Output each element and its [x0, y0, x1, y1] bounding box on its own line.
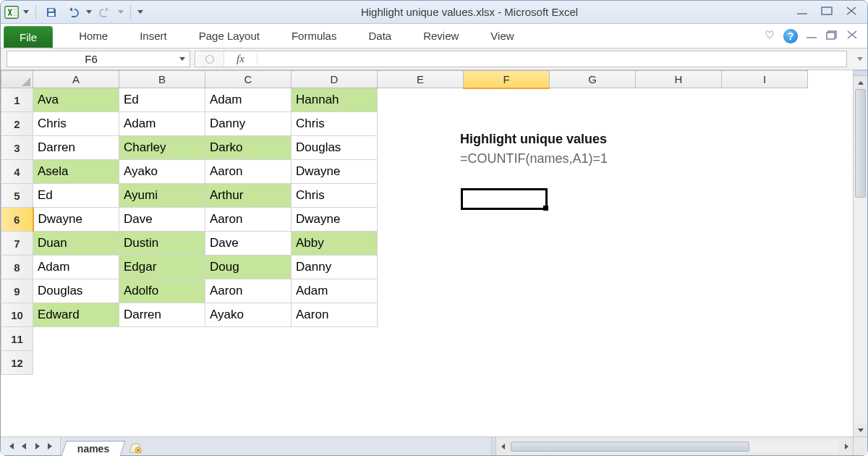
- cell[interactable]: [464, 279, 550, 303]
- column-header-B[interactable]: B: [119, 71, 205, 88]
- save-button[interactable]: [42, 4, 61, 21]
- row-header-6[interactable]: 6: [1, 208, 33, 232]
- cell[interactable]: Ava: [33, 88, 119, 112]
- cell[interactable]: [378, 279, 464, 303]
- cell[interactable]: [722, 232, 808, 256]
- cell[interactable]: [550, 88, 636, 112]
- split-handle-vertical[interactable]: [854, 70, 867, 76]
- redo-dropdown-icon[interactable]: [117, 10, 124, 14]
- cell[interactable]: [550, 184, 636, 208]
- new-sheet-button[interactable]: [126, 441, 145, 455]
- cell[interactable]: [722, 351, 808, 375]
- cell[interactable]: [636, 351, 722, 375]
- cell[interactable]: [464, 256, 550, 279]
- cell[interactable]: [722, 184, 808, 208]
- row-header-1[interactable]: 1: [1, 88, 33, 112]
- fx-icon[interactable]: fx: [224, 53, 258, 65]
- cell[interactable]: [550, 279, 636, 303]
- cell[interactable]: [722, 160, 808, 184]
- column-header-C[interactable]: C: [205, 71, 292, 88]
- cell[interactable]: [378, 351, 464, 375]
- cell[interactable]: [636, 208, 722, 232]
- cell[interactable]: [636, 184, 722, 208]
- cell-grid[interactable]: ABCDEFGHI1AvaEdAdamHannah2ChrisAdamDanny…: [1, 70, 853, 436]
- cell[interactable]: Adam: [292, 279, 378, 303]
- column-header-G[interactable]: G: [550, 71, 636, 88]
- cell[interactable]: Abby: [292, 232, 378, 256]
- cell[interactable]: Hannah: [292, 88, 378, 112]
- cell[interactable]: [464, 232, 550, 256]
- column-header-E[interactable]: E: [378, 71, 464, 88]
- cell[interactable]: Dwayne: [292, 208, 378, 232]
- cell[interactable]: Danny: [292, 256, 378, 279]
- function-buttons[interactable]: [195, 51, 224, 67]
- row-header-9[interactable]: 9: [1, 279, 33, 303]
- cell[interactable]: Adam: [33, 256, 119, 279]
- row-header-8[interactable]: 8: [1, 256, 33, 279]
- cell[interactable]: Edgar: [119, 256, 205, 279]
- cell[interactable]: [722, 256, 808, 279]
- ribbon-tab-review[interactable]: Review: [407, 24, 475, 48]
- cell[interactable]: [636, 232, 722, 256]
- cell[interactable]: [378, 303, 464, 327]
- tab-nav-next-icon[interactable]: [31, 440, 43, 453]
- row-header-11[interactable]: 11: [1, 327, 33, 351]
- cell[interactable]: [636, 88, 722, 112]
- cell[interactable]: [378, 208, 464, 232]
- tab-nav-prev-icon[interactable]: [18, 440, 30, 453]
- cell[interactable]: Chris: [292, 112, 378, 136]
- cell[interactable]: [636, 279, 722, 303]
- cell[interactable]: [550, 208, 636, 232]
- cell[interactable]: [722, 327, 808, 351]
- close-button[interactable]: [844, 5, 859, 20]
- cell[interactable]: [378, 160, 464, 184]
- cell[interactable]: [464, 303, 550, 327]
- cell[interactable]: [464, 351, 550, 375]
- cell[interactable]: [378, 136, 464, 160]
- redo-button[interactable]: [95, 4, 114, 21]
- file-tab[interactable]: File: [4, 26, 53, 48]
- cell[interactable]: Ayumi: [119, 184, 205, 208]
- vscroll-thumb[interactable]: [855, 89, 866, 198]
- row-header-7[interactable]: 7: [1, 232, 33, 256]
- scroll-left-icon[interactable]: [496, 440, 509, 453]
- column-header-I[interactable]: I: [722, 71, 808, 88]
- cell[interactable]: [722, 303, 808, 327]
- scroll-down-icon[interactable]: [854, 423, 867, 436]
- cell[interactable]: [119, 351, 205, 375]
- hscroll-thumb[interactable]: [511, 442, 749, 452]
- column-header-F[interactable]: F: [464, 71, 550, 88]
- cell[interactable]: Ayako: [119, 160, 205, 184]
- cell[interactable]: [464, 208, 550, 232]
- cell[interactable]: [378, 112, 464, 136]
- cell[interactable]: [636, 303, 722, 327]
- cell[interactable]: [464, 88, 550, 112]
- horizontal-scrollbar[interactable]: [491, 437, 853, 455]
- row-header-5[interactable]: 5: [1, 184, 33, 208]
- cell[interactable]: Arthur: [205, 184, 292, 208]
- cell[interactable]: [550, 327, 636, 351]
- cell[interactable]: Danny: [205, 112, 292, 136]
- cell[interactable]: Dwayne: [292, 160, 378, 184]
- cell[interactable]: Aaron: [292, 303, 378, 327]
- column-header-H[interactable]: H: [636, 71, 722, 88]
- cell[interactable]: Ed: [33, 184, 119, 208]
- ribbon-tab-page-layout[interactable]: Page Layout: [183, 24, 276, 48]
- cell[interactable]: Ed: [119, 88, 205, 112]
- formula-bar-expand-icon[interactable]: [853, 48, 867, 69]
- cell[interactable]: [636, 136, 722, 160]
- cell[interactable]: Duan: [33, 232, 119, 256]
- cell[interactable]: [292, 327, 378, 351]
- cell[interactable]: [722, 136, 808, 160]
- cell[interactable]: Darko: [205, 136, 292, 160]
- row-header-10[interactable]: 10: [1, 303, 33, 327]
- cell[interactable]: Aaron: [205, 160, 292, 184]
- cell[interactable]: [205, 327, 292, 351]
- undo-button[interactable]: [64, 4, 82, 21]
- column-header-D[interactable]: D: [292, 71, 378, 88]
- cell[interactable]: [378, 184, 464, 208]
- ribbon-minimize-button[interactable]: [805, 30, 818, 43]
- name-box-dropdown-icon[interactable]: [175, 51, 190, 67]
- ribbon-tab-home[interactable]: Home: [63, 24, 124, 48]
- undo-dropdown-icon[interactable]: [85, 10, 93, 14]
